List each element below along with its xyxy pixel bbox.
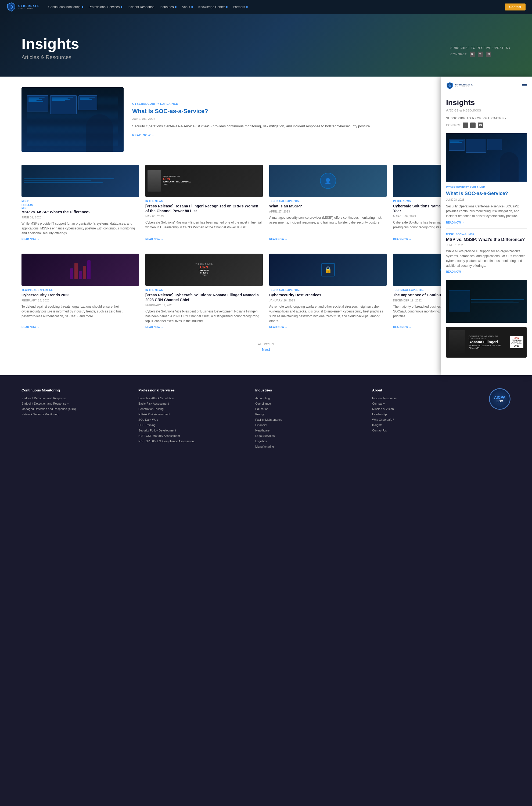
card-readnow-best-practices[interactable]: READ NOW xyxy=(269,326,387,329)
card-date-what-mssp: APRIL 27, 2023 xyxy=(269,210,387,213)
twitter-icon[interactable]: t xyxy=(478,52,483,57)
footer-item-incident-response[interactable]: Incident Response xyxy=(372,397,480,400)
card-title-trends[interactable]: Cybersecurity Trends 2023 xyxy=(21,292,139,298)
footer-item-bra[interactable]: Basic Risk Assessment xyxy=(138,402,247,405)
card-title-crn-women[interactable]: [Press Release] Rosana Filingeri Recogni… xyxy=(145,204,263,213)
nav-continuous-monitoring[interactable]: Continuous Monitoring xyxy=(49,5,83,9)
footer-item-edr-plus[interactable]: Endpoint Detection and Response + xyxy=(21,402,130,405)
footer-item-bas[interactable]: Breach & Attack Simulation xyxy=(138,397,247,400)
footer-item-security-policy[interactable]: Security Policy Development xyxy=(138,429,247,432)
nav-knowledge-center[interactable]: Knowledge Center xyxy=(198,5,228,9)
contact-button[interactable]: Contact xyxy=(505,3,526,11)
nav-incident-response[interactable]: Incident Response xyxy=(128,5,154,9)
crn-badge: CRN POWER 80 WOMEN OF THE CHANNEL 2023 xyxy=(510,336,524,348)
card-readnow-what-mssp[interactable]: READ NOW xyxy=(269,238,387,241)
card-excerpt-best-practices: As remote work, ongoing warfare, and oth… xyxy=(269,304,387,324)
svg-text:CS: CS xyxy=(449,85,451,87)
footer-item-pen-test[interactable]: Penetration Testing xyxy=(138,407,247,410)
card-readnow-msp[interactable]: READ NOW xyxy=(21,238,139,241)
card-img-channel-chief: The Channel Co. CRN CHANNEL CHIEFS 2023 xyxy=(145,254,263,286)
panel-tag: Cybersecurity Explained xyxy=(446,186,527,189)
footer-heading-industries: Industries xyxy=(255,388,363,392)
card-tag-socaas: SOCaaS xyxy=(21,204,139,207)
nav-industries[interactable]: Industries xyxy=(160,5,176,9)
footer-col-professional: Professional Services Breach & Attack Si… xyxy=(138,388,247,450)
footer-item-hipaa[interactable]: HIPAA Risk Assessment xyxy=(138,413,247,416)
panel-tag-msp: MSP xyxy=(469,233,475,236)
card-title-channel-chief[interactable]: [Press Release] Cybersafe Solutions' Ros… xyxy=(145,292,263,302)
panel-subscribe[interactable]: SUBSCRIBE TO RECEIVE UPDATES xyxy=(446,117,527,120)
card-date-trends: FEBRUARY 13, 2023 xyxy=(21,299,139,302)
card-title-best-practices[interactable]: Cybersecurity Best Practices xyxy=(269,292,387,298)
card-readnow-trends[interactable]: READ NOW xyxy=(21,326,139,329)
panel-hero-image xyxy=(446,133,527,181)
footer-item-healthcare[interactable]: Healthcare xyxy=(255,429,363,432)
pagination-next[interactable]: Next xyxy=(21,347,511,352)
card-img-crn: The Channel Co. CRN WOMEN OF THE CHANNEL… xyxy=(145,165,263,197)
footer-item-nsm[interactable]: Network Security Monitoring xyxy=(21,413,130,416)
nav-about[interactable]: About xyxy=(182,5,193,9)
card-date-channel-chief: FEBRUARY 06, 2023 xyxy=(145,304,263,307)
footer-item-compliance[interactable]: Compliance xyxy=(255,402,363,405)
footer-item-why-cybersafe[interactable]: Why Cybersafe? xyxy=(372,418,480,421)
panel-card-readnow-msp[interactable]: READ NOW xyxy=(446,270,527,273)
card-tag-msp: MSP xyxy=(21,207,139,210)
footer-item-facility[interactable]: Facility Maintenance xyxy=(255,418,363,421)
footer-item-legal[interactable]: Legal Services xyxy=(255,434,363,437)
facebook-icon[interactable]: f xyxy=(470,52,475,57)
footer-heading-continuous: Continuous Monitoring xyxy=(21,388,130,392)
subscribe-link[interactable]: SUBSCRIBE TO RECEIVE UPDATES xyxy=(450,46,511,50)
footer-item-dark-web[interactable]: SOL Dark Web xyxy=(138,418,247,421)
panel-twitter-icon[interactable]: t xyxy=(470,122,476,128)
card-excerpt-msp: While MSPs provide IT support for an org… xyxy=(21,221,139,236)
pagination-label: All Posts xyxy=(258,343,274,346)
panel-card-msp: MSSP SOCaaS MSP MSP vs. MSSP: What's the… xyxy=(446,233,527,273)
card-tag-mssp1: MSSP xyxy=(21,199,139,203)
footer-item-education[interactable]: Education xyxy=(255,407,363,410)
footer-item-logistics[interactable]: Logistics xyxy=(255,440,363,443)
nav-partners[interactable]: Partners xyxy=(233,5,248,9)
card-img-msp xyxy=(21,165,139,197)
footer-item-contact[interactable]: Contact Us xyxy=(372,429,480,432)
panel-card-date-msp: JUNE 01, 2023 xyxy=(446,244,527,247)
footer-item-financial[interactable]: Financial xyxy=(255,423,363,427)
nav-professional-services[interactable]: Professional Services xyxy=(89,5,122,9)
card-excerpt-crn-women: Cybersafe Solutions' Rosana Filingeri ha… xyxy=(145,220,263,236)
panel-facebook-icon[interactable]: f xyxy=(463,122,468,128)
article-card-msp: MSSP SOCaaS MSP MSP vs. MSSP: What's the… xyxy=(21,165,139,241)
panel-card-title-msp[interactable]: MSP vs. MSSP: What's the Difference? xyxy=(446,237,527,243)
footer-item-company[interactable]: Company xyxy=(372,402,480,405)
panel-title[interactable]: What Is SOC-as-a-Service? xyxy=(446,191,527,197)
card-readnow-channel-chief[interactable]: READ NOW xyxy=(145,326,263,329)
panel-date: JUNE 08, 2023 xyxy=(446,198,527,201)
panel-read-now[interactable]: READ NOW xyxy=(446,221,527,224)
panel-linkedin-icon[interactable]: in xyxy=(478,122,483,128)
footer-item-energy[interactable]: Energy xyxy=(255,413,363,416)
panel-logo[interactable]: CS CYBERSAFE SOLUTIONS xyxy=(446,82,473,90)
right-panel: CS CYBERSAFE SOLUTIONS Insights Articles… xyxy=(441,77,532,376)
navigation: CS CYBERSAFE SOLUTIONS Continuous Monito… xyxy=(0,0,532,14)
footer-item-mdr[interactable]: Managed Detection and Response (XDR) xyxy=(21,407,130,410)
card-excerpt-trends: To defend against evolving threats, orga… xyxy=(21,304,139,324)
footer-item-leadership[interactable]: Leadership xyxy=(372,413,480,416)
linkedin-icon[interactable]: in xyxy=(486,52,491,57)
aicpa-badge: AICPA SOC xyxy=(489,388,511,410)
card-title-what-mssp[interactable]: What Is an MSSP? xyxy=(269,204,387,209)
logo[interactable]: CS CYBERSAFE SOLUTIONS xyxy=(6,2,40,12)
footer-item-insights[interactable]: Insights xyxy=(372,423,480,427)
crn-congrats-sub: POWER 80 WOMEN OF THE CHANNEL xyxy=(469,344,507,349)
footer-item-accounting[interactable]: Accounting xyxy=(255,397,363,400)
card-readnow-crn-women[interactable]: READ NOW xyxy=(145,238,263,241)
featured-article: Cybersecurity Explained What Is SOC-as-a… xyxy=(21,87,511,152)
crn-congrats: CONGRATULATIONS TO CYBERSAFE'S Rosana Fi… xyxy=(446,327,527,358)
card-title-msp[interactable]: MSP vs. MSSP: What's the Difference? xyxy=(21,210,139,214)
footer-item-mission[interactable]: Mission & Vision xyxy=(372,407,480,410)
hamburger-menu[interactable] xyxy=(522,84,527,87)
footer-item-nist-800[interactable]: NIST SP 800-171 Compliance Assessment xyxy=(138,440,247,443)
footer-item-training[interactable]: SOL Training xyxy=(138,423,247,427)
footer-col-continuous: Continuous Monitoring Endpoint Detection… xyxy=(21,388,130,450)
footer-item-edr[interactable]: Endpoint Detection and Response xyxy=(21,397,130,400)
footer-item-manufacturing[interactable]: Manufacturing xyxy=(255,445,363,448)
footer-item-nist-csf[interactable]: NIST CSF Maturity Assessment xyxy=(138,434,247,437)
crn-congrats-label: CONGRATULATIONS TO CYBERSAFE'S xyxy=(469,335,507,340)
